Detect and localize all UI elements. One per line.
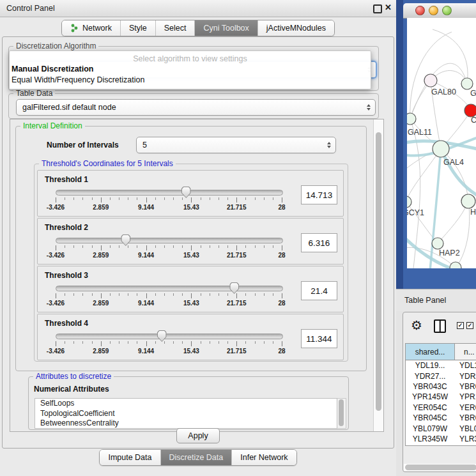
float-window-icon[interactable] — [373, 4, 382, 13]
table-cell: YER0 — [454, 403, 476, 412]
threshold-row-1: Threshold 1-3.4262.8599.14415.4321.71528… — [37, 170, 344, 217]
close-icon[interactable]: ✕ — [385, 3, 392, 12]
threshold-value-field[interactable]: 11.344 — [301, 329, 337, 348]
table-cell: YLR3 — [454, 434, 476, 443]
threshold-slider[interactable]: -3.4262.8599.14415.4321.71528 — [56, 190, 282, 213]
node-attribute-table[interactable]: shared...n...YDL19...YDL1YDR27...YDR2YBR… — [405, 343, 476, 446]
table-cell: YPR145W — [406, 392, 454, 401]
network-icon — [70, 24, 79, 33]
table-cell: YBR0 — [454, 413, 476, 422]
table-row[interactable]: YBR045CYBR0 — [406, 413, 476, 423]
table-cell: YER054C — [406, 403, 454, 412]
bottom-tab-discretize-data[interactable]: Discretize Data — [161, 450, 233, 465]
attribute-list-item[interactable]: TopologicalCoefficient — [35, 409, 337, 419]
table-data-combobox[interactable]: galFiltered.sif default node — [16, 99, 376, 116]
slider-track[interactable] — [56, 238, 283, 243]
table-cell: YBL079W — [406, 424, 454, 433]
gear-icon[interactable]: ⚙ — [411, 318, 422, 333]
table-row[interactable]: YDR27...YDR2 — [406, 371, 476, 381]
apply-button[interactable]: Apply — [176, 428, 220, 443]
top-tab-style[interactable]: Style — [121, 20, 156, 36]
network-canvas[interactable]: GAL80GACGAL11GAL4GCY1HHAP2 — [407, 18, 476, 268]
threshold-slider[interactable]: -3.4262.8599.14415.4321.71528 — [56, 286, 282, 309]
table-cell: YDR27... — [406, 372, 454, 381]
attributes-group: Attributes to discretize Numerical Attri… — [28, 376, 349, 430]
table-data-combo-value: galFiltered.sif default node — [22, 103, 116, 112]
top-tab-network[interactable]: Network — [62, 20, 121, 36]
network-node-gal11[interactable] — [407, 113, 416, 125]
number-of-intervals-label: Number of Intervals — [47, 141, 119, 150]
table-row[interactable]: YER054CYER0 — [406, 403, 476, 413]
minimize-traffic-light-icon[interactable] — [429, 6, 438, 15]
scrollpane-vertical-scrollbar[interactable] — [373, 119, 383, 431]
threshold-slider[interactable]: -3.4262.8599.14415.4321.71528 — [56, 238, 282, 261]
table-row[interactable]: YBL079WYBL0 — [406, 423, 476, 433]
slider-track[interactable] — [56, 334, 283, 339]
zoom-traffic-light-icon[interactable] — [442, 6, 452, 15]
slider-ticks — [56, 245, 282, 250]
bottom-tab-impute-data[interactable]: Impute Data — [100, 450, 160, 465]
network-node-c[interactable] — [464, 104, 476, 117]
network-node-gal4[interactable] — [433, 141, 449, 157]
slider-handle[interactable] — [121, 234, 130, 246]
network-edge[interactable] — [438, 201, 468, 243]
attributes-list-scrollbar[interactable] — [337, 398, 346, 429]
tab-label: Select — [164, 24, 187, 33]
table-row[interactable]: YDL19...YDL1 — [406, 360, 476, 371]
checkbox-icon[interactable]: ✓ — [466, 322, 473, 329]
cyni-toolbox-panel: Discretization Algorithm Select algorith… — [2, 36, 394, 449]
network-node-gcy1[interactable] — [407, 196, 411, 208]
slider-handle[interactable] — [157, 330, 167, 342]
number-of-intervals-combobox[interactable]: 5 — [136, 137, 336, 153]
node-label: HAP2 — [439, 249, 460, 257]
slider-tick-labels: -3.4262.8599.14415.4321.71528 — [56, 204, 282, 211]
slider-track[interactable] — [56, 286, 283, 291]
column-header-1[interactable]: shared... — [406, 344, 455, 360]
threshold-value-field[interactable]: 14.713 — [301, 185, 337, 204]
network-node-h[interactable] — [461, 194, 475, 208]
columns-icon[interactable] — [434, 319, 446, 333]
top-tab-jactivemnodules[interactable]: jActiveMNodules — [258, 20, 334, 36]
table-cell: YPR1 — [454, 392, 476, 401]
node-label: GAL80 — [431, 88, 456, 96]
numerical-attributes-label: Numerical Attributes — [34, 385, 109, 394]
slider-handle[interactable] — [229, 282, 239, 294]
network-edge-thick[interactable] — [441, 149, 476, 197]
top-tab-cyni-toolbox[interactable]: Cyni Toolbox — [195, 20, 257, 36]
threshold-row-2: Threshold 2-3.4262.8599.14415.4321.71528… — [37, 218, 344, 265]
network-node-hap2[interactable] — [432, 238, 443, 249]
popup-option-manual-discretization[interactable]: Manual Discretization — [12, 65, 94, 73]
network-edge[interactable] — [456, 201, 470, 268]
table-horizontal-scrollbar[interactable] — [404, 464, 476, 471]
attribute-list-item[interactable]: BetweennessCentrality — [35, 418, 337, 429]
popup-option-equal-width[interactable]: Equal Width/Frequency Discretization — [12, 75, 144, 84]
table-row[interactable]: YLR345WYLR3 — [406, 434, 476, 444]
attribute-list-item[interactable]: SelfLoops — [35, 399, 337, 409]
table-row[interactable]: YPR145WYPR1 — [406, 392, 476, 402]
slider-track[interactable] — [56, 190, 283, 196]
table-row[interactable]: YIL052CYIL0 — [406, 444, 476, 446]
threshold-row-4: Threshold 4-3.4262.8599.14415.4321.71528… — [37, 314, 344, 360]
checkbox-icon[interactable]: ✓ — [457, 322, 464, 329]
tab-label: Discretize Data — [169, 453, 224, 462]
slider-ticks — [56, 293, 282, 298]
threshold-label: Threshold 2 — [45, 223, 88, 232]
table-cell: YBR045C — [406, 413, 454, 422]
threshold-value-field[interactable]: 21.4 — [301, 281, 337, 300]
threshold-slider[interactable]: -3.4262.8599.14415.4321.71528 — [56, 334, 282, 357]
table-row[interactable]: YBR043CYBR0 — [406, 381, 476, 392]
network-node-gal80[interactable] — [424, 74, 437, 87]
close-traffic-light-icon[interactable] — [415, 6, 425, 15]
table-header-row: shared...n... — [406, 344, 476, 360]
bottom-tab-infer-network[interactable]: Infer Network — [232, 450, 296, 465]
network-node[interactable] — [450, 262, 461, 268]
numerical-attributes-list[interactable]: SelfLoopsTopologicalCoefficientBetweenne… — [35, 398, 337, 429]
node-label: GCY1 — [407, 208, 424, 217]
threshold-value-field[interactable]: 6.316 — [301, 233, 337, 252]
right-column: GAL80GACGAL11GAL4GCY1HHAP2 Table Panel ⚙… — [396, 0, 476, 476]
top-tab-select[interactable]: Select — [156, 20, 196, 36]
control-panel: Control Panel ✕ NetworkStyleSelectCyni T… — [0, 0, 397, 476]
slider-handle[interactable] — [181, 187, 191, 198]
network-node-ga[interactable] — [461, 78, 473, 89]
column-header-2[interactable]: n... — [455, 344, 476, 360]
